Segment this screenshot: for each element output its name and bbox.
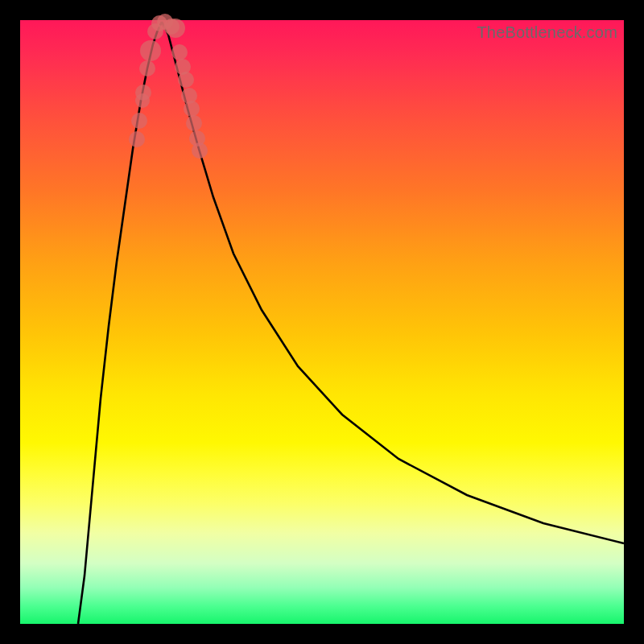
data-marker xyxy=(139,60,155,76)
curve-right xyxy=(162,22,624,543)
data-marker xyxy=(166,19,185,38)
data-marker xyxy=(135,85,151,101)
data-marker xyxy=(186,115,202,131)
plot-area: TheBottleneck.com xyxy=(20,20,624,624)
data-marker xyxy=(140,40,161,61)
data-marker xyxy=(171,44,188,60)
curve-left xyxy=(78,22,162,624)
data-marker xyxy=(129,131,145,147)
data-marker xyxy=(178,72,194,88)
data-marker xyxy=(192,142,208,159)
chart-svg xyxy=(20,20,624,624)
data-marker xyxy=(131,113,147,129)
chart-frame: TheBottleneck.com xyxy=(0,0,644,644)
data-marker xyxy=(184,101,200,117)
